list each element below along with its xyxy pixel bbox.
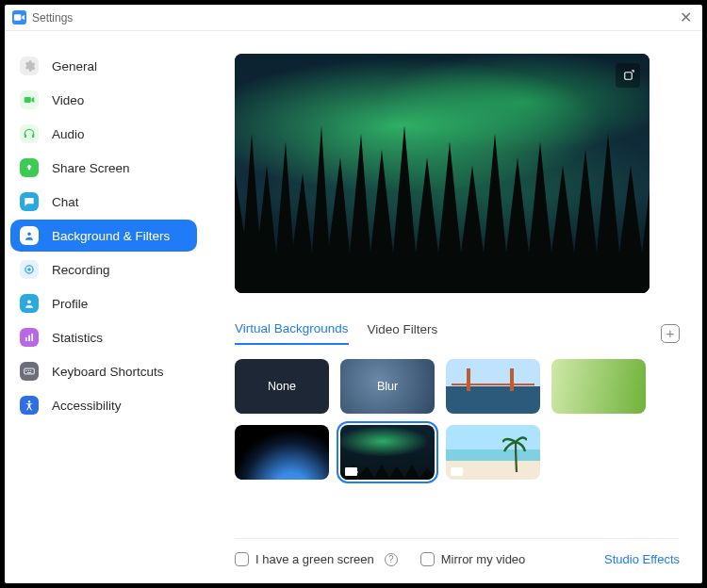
sidebar-item-label: Keyboard Shortcuts	[52, 365, 164, 379]
thumb-grass[interactable]	[551, 359, 646, 414]
thumb-none[interactable]: None	[235, 359, 329, 414]
svg-rect-2	[25, 135, 26, 139]
checkbox-box	[420, 552, 435, 566]
thumb-beach[interactable]	[446, 425, 540, 480]
headphones-icon	[20, 124, 39, 143]
svg-rect-10	[31, 334, 33, 341]
sidebar-item-accessibility[interactable]: Accessibility	[10, 389, 197, 421]
gear-icon	[20, 57, 39, 75]
sidebar-item-profile[interactable]: Profile	[10, 287, 197, 319]
tabs: Virtual Backgrounds Video Filters +	[235, 321, 680, 346]
sidebar-item-label: Statistics	[52, 331, 103, 345]
sidebar-item-background-filters[interactable]: Background & Filters	[10, 220, 197, 252]
rotate-camera-button[interactable]	[616, 63, 640, 88]
sidebar-item-label: Video	[52, 93, 84, 107]
chat-bubble-icon	[20, 192, 39, 211]
svg-point-16	[28, 400, 30, 402]
studio-effects-link[interactable]: Studio Effects	[604, 552, 680, 566]
sidebar-item-label: Profile	[52, 297, 88, 311]
checkbox-label: I have a green screen	[255, 552, 374, 566]
sidebar-item-label: Background & Filters	[52, 229, 170, 243]
zoom-app-icon	[12, 10, 26, 24]
main-panel: Virtual Backgrounds Video Filters + None…	[203, 31, 702, 583]
svg-rect-17	[624, 72, 632, 79]
sidebar-item-label: Recording	[52, 263, 110, 277]
sidebar-item-label: General	[52, 59, 97, 74]
sidebar-item-video[interactable]: Video	[10, 84, 197, 116]
svg-rect-11	[25, 368, 35, 374]
mirror-video-checkbox[interactable]: Mirror my video	[420, 552, 526, 566]
statistics-icon	[20, 328, 39, 347]
help-icon[interactable]: ?	[385, 553, 398, 566]
sidebar-item-general[interactable]: General	[10, 50, 197, 82]
footer-bar: I have a green screen ? Mirror my video …	[235, 538, 680, 583]
svg-rect-0	[14, 14, 22, 21]
svg-point-13	[28, 370, 29, 371]
background-thumbnails: None Blur	[235, 359, 659, 480]
video-badge-icon	[345, 467, 357, 476]
add-background-button[interactable]: +	[661, 324, 680, 343]
sidebar-item-recording[interactable]: Recording	[10, 253, 197, 286]
keyboard-icon	[20, 362, 39, 381]
svg-point-12	[26, 370, 27, 371]
svg-rect-9	[28, 335, 30, 341]
thumb-label: Blur	[377, 380, 398, 393]
thumb-aurora[interactable]	[340, 425, 435, 480]
sidebar: General Video Audio Share Screen	[5, 31, 203, 583]
thumb-blur[interactable]: Blur	[340, 359, 435, 414]
svg-rect-1	[25, 97, 31, 103]
title-bar: Settings ✕	[5, 5, 702, 31]
sidebar-item-statistics[interactable]: Statistics	[10, 321, 197, 353]
svg-point-7	[27, 300, 31, 303]
svg-rect-3	[32, 135, 34, 139]
checkbox-box	[235, 552, 249, 566]
svg-rect-15	[27, 372, 32, 373]
background-filters-icon	[20, 226, 39, 245]
svg-point-4	[27, 233, 31, 237]
thumb-golden-gate[interactable]	[446, 359, 540, 414]
sidebar-item-share-screen[interactable]: Share Screen	[10, 152, 197, 184]
svg-point-14	[30, 370, 31, 371]
close-button[interactable]: ✕	[676, 8, 695, 26]
window-body: General Video Audio Share Screen	[5, 31, 702, 583]
window-title: Settings	[32, 11, 73, 24]
profile-icon	[20, 294, 39, 313]
sidebar-item-label: Accessibility	[52, 399, 122, 413]
video-camera-icon	[20, 90, 39, 109]
sidebar-item-chat[interactable]: Chat	[10, 186, 197, 218]
sidebar-item-label: Audio	[52, 127, 85, 141]
sidebar-item-audio[interactable]: Audio	[10, 118, 197, 150]
preview-image	[235, 54, 649, 293]
video-preview	[235, 54, 649, 293]
accessibility-icon	[20, 396, 39, 415]
sidebar-item-keyboard-shortcuts[interactable]: Keyboard Shortcuts	[10, 355, 197, 387]
video-badge-icon	[451, 467, 463, 476]
share-screen-icon	[20, 158, 39, 177]
recording-icon	[20, 260, 39, 279]
tab-virtual-backgrounds[interactable]: Virtual Backgrounds	[235, 321, 349, 345]
thumb-label: None	[268, 380, 296, 393]
settings-window: Settings ✕ General Video Audio	[5, 5, 702, 583]
tab-video-filters[interactable]: Video Filters	[368, 322, 438, 344]
svg-rect-8	[25, 337, 27, 341]
sidebar-item-label: Share Screen	[52, 161, 130, 175]
svg-point-6	[27, 268, 31, 271]
checkbox-label: Mirror my video	[441, 552, 526, 566]
thumb-earth[interactable]	[235, 425, 329, 480]
green-screen-checkbox[interactable]: I have a green screen ?	[235, 552, 398, 566]
treeline	[235, 54, 649, 293]
sidebar-item-label: Chat	[52, 195, 79, 209]
